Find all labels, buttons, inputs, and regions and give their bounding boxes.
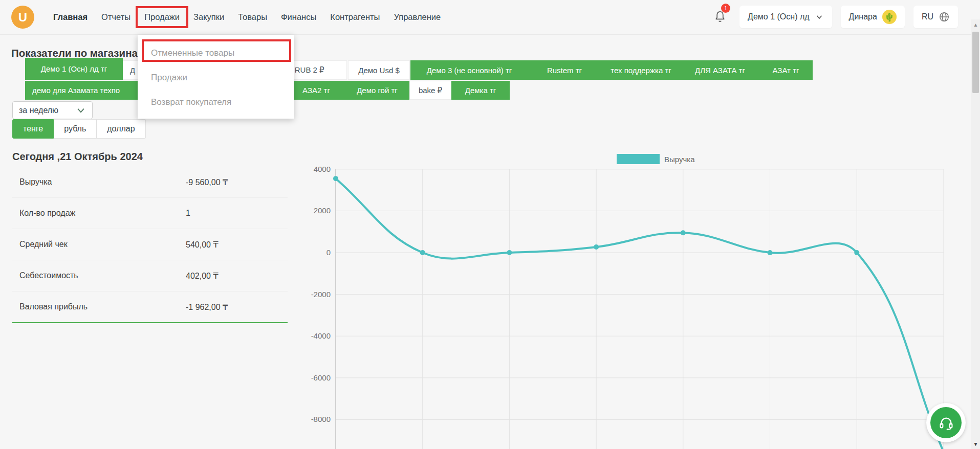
stat-label: Средний чек (12, 240, 68, 249)
support-button[interactable] (926, 403, 966, 442)
y-tick-label: -6000 (311, 373, 331, 382)
y-tick-label: -4000 (311, 331, 331, 340)
currency-tab-тенге[interactable]: тенге (12, 119, 54, 139)
stat-value: 540,00 ₸ (186, 240, 219, 250)
shop-tag[interactable]: bake ₽ (409, 81, 451, 100)
shop-tag[interactable]: Rustem тг (528, 60, 601, 80)
notification-badge: 1 (721, 4, 730, 13)
legend-label: Выручка (664, 155, 695, 164)
chevron-down-icon (76, 105, 86, 116)
stat-row: Валовая прибыль-1 962,00 ₸ (12, 291, 288, 323)
language-selector[interactable]: RU (913, 6, 958, 28)
data-point (420, 250, 425, 255)
currency-tabs: тенгерубльдоллар (12, 119, 146, 139)
nav-item-Закупки[interactable]: Закупки (193, 12, 224, 22)
data-point (507, 250, 512, 255)
stat-value: -9 560,00 ₸ (186, 177, 228, 187)
user-name: Динара (849, 12, 877, 21)
account-selector[interactable]: Демо 1 (Осн) лд (739, 6, 832, 28)
legend-swatch (617, 154, 660, 164)
currency-tab-доллар[interactable]: доллар (97, 119, 145, 139)
stat-value: -1 962,00 ₸ (186, 302, 228, 312)
stat-label: Валовая прибыль (12, 302, 88, 311)
data-point (681, 230, 686, 235)
stat-value: 1 (186, 209, 190, 218)
user-menu[interactable]: Динара 🌵 (841, 6, 905, 28)
stat-label: Себестоимость (12, 271, 78, 280)
y-tick-label: 0 (326, 248, 331, 257)
chart-legend[interactable]: Выручка (617, 154, 695, 164)
y-tick-label: -2000 (311, 290, 331, 299)
globe-icon (939, 11, 950, 23)
y-tick-label: 2000 (314, 206, 331, 215)
period-select[interactable]: за неделю (12, 101, 93, 119)
nav-item-Управление[interactable]: Управление (394, 12, 441, 22)
shop-tag[interactable]: ДЛЯ АЗАТА тг (681, 60, 759, 80)
stat-row: Себестоимость402,00 ₸ (12, 260, 288, 291)
annotation-box-nav: Продажи (136, 6, 188, 28)
shop-tag[interactable]: тех поддержка тг (601, 60, 681, 80)
stat-label: Кол-во продаж (12, 209, 75, 218)
data-point (333, 176, 338, 181)
language-code: RU (922, 12, 933, 21)
currency-tab-рубль[interactable]: рубль (54, 119, 97, 139)
nav-item-Финансы[interactable]: Финансы (281, 12, 316, 22)
data-point (854, 250, 859, 255)
stat-row: Средний чек540,00 ₸ (12, 229, 288, 260)
headset-icon (930, 407, 962, 438)
scroll-down-arrow[interactable]: ▼ (971, 440, 980, 448)
top-navigation-bar: U ГлавнаяОтчетыПродажиЗакупкиТоварыФинан… (0, 0, 980, 35)
menu-item-Отмененные товары[interactable]: Отмененные товары (138, 41, 294, 65)
avatar: 🌵 (882, 10, 897, 24)
topbar-right-cluster: 1 Демо 1 (Осн) лд Динара 🌵 RU (709, 6, 958, 28)
notifications-button[interactable]: 1 (709, 6, 731, 28)
shop-tag[interactable]: АЗАт тг (759, 60, 813, 80)
shop-tag[interactable]: АЗА2 тг (288, 81, 345, 100)
period-select-value: за неделю (19, 106, 71, 115)
shop-tag[interactable]: Демо Usd $ (348, 60, 410, 80)
chevron-down-icon (815, 12, 824, 21)
stats-date-heading: Сегодня ,21 Октябрь 2024 (12, 151, 288, 163)
scrollbar-thumb[interactable] (972, 32, 979, 93)
menu-item-Возврат покупателя[interactable]: Возврат покупателя (138, 90, 294, 115)
shop-tag[interactable]: Демка тг (451, 81, 510, 100)
sales-dropdown-menu: Отмененные товарыПродажиВозврат покупате… (138, 35, 294, 119)
shop-tag[interactable]: Демо гой тг (345, 81, 409, 100)
scroll-up-arrow[interactable]: ▲ (971, 20, 980, 29)
nav-item-Отчеты[interactable]: Отчеты (101, 12, 130, 22)
main-nav: ГлавнаяОтчетыПродажиЗакупкиТоварыФинансы… (53, 0, 441, 34)
stat-row: Выручка-9 560,00 ₸ (12, 167, 288, 198)
stat-label: Выручка (12, 177, 52, 187)
app-logo[interactable]: U (11, 6, 34, 29)
account-selector-label: Демо 1 (Осн) лд (748, 12, 809, 21)
stat-value: 402,00 ₸ (186, 271, 219, 281)
data-point (594, 244, 599, 250)
y-tick-label: -8000 (311, 415, 331, 423)
stat-row: Кол-во продаж1 (12, 198, 288, 229)
nav-item-Товары[interactable]: Товары (238, 12, 267, 22)
nav-item-Контрагенты[interactable]: Контрагенты (330, 12, 380, 22)
vertical-scrollbar[interactable]: ▲ ▼ (971, 19, 980, 449)
shop-tag[interactable]: Демо 1 (Осн) лд тг (25, 58, 123, 80)
nav-item-Главная[interactable]: Главная (53, 12, 88, 22)
shop-tag[interactable]: Демо 3 (не основной) тг (410, 60, 528, 80)
y-tick-label: 4000 (314, 165, 331, 173)
nav-item-Продажи[interactable]: Продажи (144, 12, 180, 22)
data-point (768, 250, 773, 255)
revenue-line (336, 178, 944, 449)
menu-item-Продажи[interactable]: Продажи (138, 65, 294, 90)
stats-panel: Сегодня ,21 Октябрь 2024 Выручка-9 560,0… (12, 151, 288, 323)
